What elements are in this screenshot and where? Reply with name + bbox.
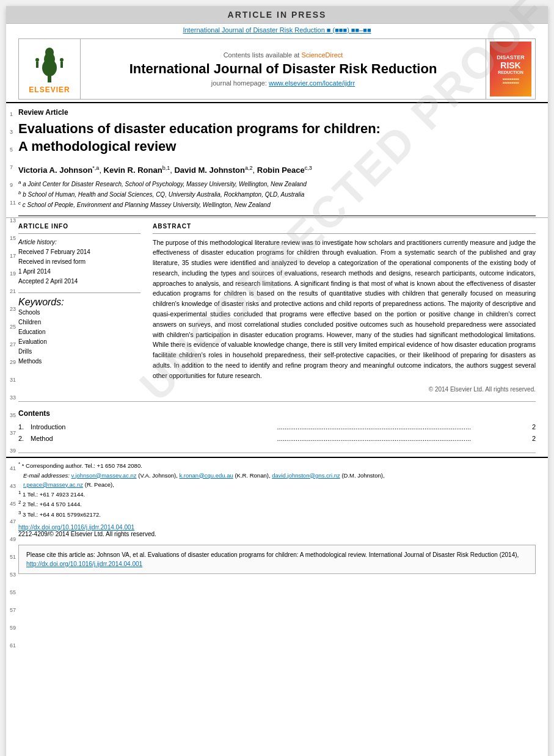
line-number: 1: [10, 110, 16, 119]
line-number: 55: [10, 588, 16, 597]
sciencedirect-link[interactable]: ScienceDirect: [301, 51, 343, 59]
line-number: 23: [10, 305, 16, 314]
line-number: 25: [10, 322, 16, 332]
line-number: [10, 509, 16, 518]
line-number: 17: [10, 252, 16, 261]
keyword-children: Children: [18, 318, 140, 327]
svg-point-3: [45, 48, 54, 57]
line-number: [10, 402, 16, 412]
toc-item-1: 1. Introduction ........................…: [18, 421, 536, 434]
toc-dots-1: ........................................…: [277, 421, 524, 434]
journal-title: International Journal of Disaster Risk R…: [129, 61, 437, 77]
line-number: 29: [10, 358, 16, 367]
svg-point-6: [35, 58, 39, 62]
line-number: 39: [10, 446, 16, 456]
section-divider: [18, 216, 536, 216]
article-history: Article history: Received 7 February 201…: [18, 238, 140, 286]
line-number: 47: [10, 517, 16, 526]
line-number: 21: [10, 287, 16, 296]
line-number: [10, 137, 16, 146]
toc-label-2: Method: [31, 433, 277, 445]
journal-cover-image: DISASTER RISK REDUCTION ■■■■■■■■■ ■■■■■■…: [490, 42, 531, 96]
svg-rect-7: [36, 62, 38, 68]
line-number: [10, 367, 16, 376]
toc-page-2: 2: [523, 433, 536, 445]
article-info-col: ARTICLE INFO Article history: Received 7…: [18, 223, 140, 393]
line-number: [10, 456, 16, 465]
email-extra: r.peace@massey.ac.nz (R. Peace),: [18, 480, 536, 489]
email-link-2[interactable]: k.ronan@cqu.edu.au: [179, 472, 233, 479]
revised-date: 1 April 2014: [18, 267, 140, 277]
abstract-title: ABSTRACT: [153, 223, 536, 230]
toc-num-1: 1.: [18, 421, 31, 434]
line-number: 3: [10, 128, 16, 137]
line-number: [10, 615, 16, 624]
article-title: Evaluations of disaster education progra…: [18, 120, 536, 155]
journal-link-text[interactable]: International Journal of Disaster Risk R…: [183, 26, 371, 34]
homepage-url[interactable]: www.elsevier.com/locate/ijdrr: [269, 79, 355, 87]
email-link-3[interactable]: david.johnston@gns.cri.nz: [272, 472, 340, 479]
tel2-note: 2 2 Tel.: +64 4 570 1444.: [18, 499, 536, 509]
line-number: 37: [10, 429, 16, 438]
line-number: [10, 208, 16, 217]
elsevier-logo: ELSEVIER: [25, 45, 74, 93]
article-in-press-banner: ARTICLE IN PRESS: [6, 6, 548, 24]
received-date: Received 7 February 2014: [18, 247, 140, 257]
toc-num-2: 2.: [18, 433, 31, 445]
line-number: [10, 314, 16, 323]
line-number: [10, 243, 16, 252]
citation-link[interactable]: http://dx.doi.org/10.1016/j.ijdrr.2014.0…: [26, 561, 142, 567]
abstract-col: ABSTRACT The purpose of this methodologi…: [153, 223, 536, 393]
page: ARTICLE IN PRESS International Journal o…: [6, 6, 548, 756]
line-number: [10, 544, 16, 553]
line-number: 53: [10, 570, 16, 580]
keyword-evaluation: Evaluation: [18, 337, 140, 347]
journal-homepage-line: journal homepage: www.elsevier.com/locat…: [211, 79, 355, 87]
info-divider: [18, 233, 140, 234]
line-number: [10, 633, 16, 642]
doi-section: http://dx.doi.org/10.1016/j.ijdrr.2014.0…: [6, 522, 548, 540]
line-number: [10, 597, 16, 606]
rights-text: 2212-4209/© 2014 Elsevier Ltd. All right…: [18, 531, 156, 537]
line-number: 15: [10, 234, 16, 243]
line-number: 19: [10, 269, 16, 278]
affiliation-b: b b School of Human, Health and Social S…: [18, 189, 536, 199]
line-number: 9: [10, 181, 16, 190]
line-number: [10, 473, 16, 482]
sciencedirect-line: Contents lists available at ScienceDirec…: [224, 51, 343, 59]
citation-prefix: Please cite this article as: Johnson VA,…: [26, 551, 519, 558]
doi-link[interactable]: http://dx.doi.org/10.1016/j.ijdrr.2014.0…: [18, 524, 134, 531]
toc-page-1: 2: [523, 421, 536, 434]
line-number: 41: [10, 464, 16, 473]
header-left: ELSEVIER: [19, 39, 80, 99]
elsevier-tree-icon: [31, 45, 68, 84]
keyword-education: Education: [18, 327, 140, 337]
sciencedirect-label: Contents lists available at: [224, 51, 300, 59]
header-center: Contents lists available at ScienceDirec…: [80, 39, 486, 99]
affiliation-c: c c School of People, Environment and Pl…: [18, 200, 536, 209]
article-title-section: Evaluations of disaster education progra…: [6, 118, 548, 160]
line-number: [10, 296, 16, 305]
tel1-note: 1 1 Tel.: +61 7 4923 2144.: [18, 489, 536, 499]
contents-title: Contents: [18, 409, 536, 418]
line-number: 43: [10, 482, 16, 491]
keywords-title: Keywords:: [18, 297, 140, 308]
email-label: E-mail addresses:: [23, 472, 70, 479]
abstract-text: The purpose of this methodological liter…: [153, 238, 536, 381]
elsevier-wordmark: ELSEVIER: [29, 85, 70, 94]
line-number: [10, 261, 16, 270]
email-link-4[interactable]: r.peace@massey.ac.nz: [23, 481, 83, 488]
line-number: 51: [10, 553, 16, 562]
keyword-methods: Methods: [18, 357, 140, 366]
affiliations-section: a a Joint Center for Disaster Research, …: [6, 175, 548, 214]
footnote-divider: [18, 453, 536, 453]
affiliation-a: a a Joint Center for Disaster Research, …: [18, 179, 536, 189]
abstract-divider: [153, 233, 536, 234]
header-right: DISASTER RISK REDUCTION ■■■■■■■■■ ■■■■■■…: [486, 39, 535, 99]
line-number: [10, 420, 16, 429]
line-number: [10, 332, 16, 341]
line-number: [10, 119, 16, 128]
footer-notes: * * Corresponding author. Tel.: +1 650 7…: [6, 457, 548, 522]
line-number: 35: [10, 411, 16, 420]
email-link-1[interactable]: v.johnson@massey.ac.nz: [71, 472, 137, 479]
